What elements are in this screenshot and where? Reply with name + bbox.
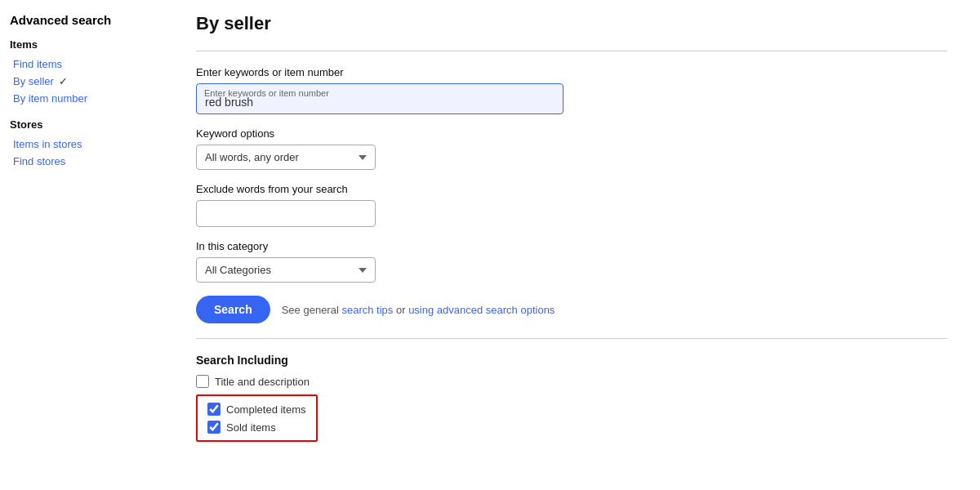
sidebar-item-find-items[interactable]: Find items: [10, 56, 154, 73]
keyword-label: Enter keywords or item number: [196, 66, 947, 78]
keyword-options-select[interactable]: All words, any order Any words Exact phr…: [196, 145, 376, 170]
sidebar-item-label: Find items: [13, 58, 62, 70]
title-description-label: Title and description: [215, 376, 310, 388]
sold-items-row: Sold items: [207, 421, 306, 434]
keyword-section: Enter keywords or item number Enter keyw…: [196, 66, 947, 114]
sidebar: Advanced search Items Find items By sell…: [0, 0, 163, 490]
sidebar-item-label: By seller: [13, 75, 54, 87]
search-button[interactable]: Search: [196, 296, 270, 323]
category-section: In this category All Categories Antiques…: [196, 240, 947, 283]
category-select[interactable]: All Categories Antiques Art Baby Books: [196, 257, 376, 283]
hint-text: See general: [282, 304, 339, 316]
category-label: In this category: [196, 240, 947, 252]
sidebar-items-section: Items: [10, 38, 154, 51]
top-divider: [196, 51, 947, 51]
sold-items-checkbox[interactable]: [207, 421, 220, 434]
keyword-input-wrapper: Enter keywords or item number: [196, 83, 947, 114]
search-tips-link[interactable]: search tips: [341, 304, 393, 316]
sidebar-item-label: Items in stores: [13, 138, 82, 150]
completed-items-checkbox[interactable]: [207, 403, 220, 416]
search-row: Search See general search tips or using …: [196, 296, 947, 323]
middle-divider: [196, 338, 947, 339]
main-content: By seller Enter keywords or item number …: [163, 0, 980, 490]
exclude-input[interactable]: [196, 200, 376, 227]
sidebar-item-find-stores[interactable]: Find stores: [10, 153, 154, 170]
search-including-section: Search Including Title and description C…: [196, 354, 947, 442]
keyword-input[interactable]: [196, 83, 564, 114]
hint-or: or: [396, 304, 406, 316]
sidebar-title: Advanced search: [10, 13, 154, 27]
page-title: By seller: [196, 13, 947, 34]
sidebar-item-by-seller[interactable]: By seller ✓: [10, 73, 154, 90]
advanced-search-options-link[interactable]: using advanced search options: [408, 304, 555, 316]
sidebar-item-by-item-number[interactable]: By item number: [10, 90, 154, 107]
sold-items-label: Sold items: [226, 421, 276, 434]
sidebar-item-label: Find stores: [13, 155, 65, 167]
sidebar-stores-section: Stores: [10, 118, 154, 131]
title-description-row: Title and description: [196, 375, 947, 388]
completed-items-label: Completed items: [226, 403, 306, 416]
keyword-options-section: Keyword options All words, any order Any…: [196, 127, 947, 170]
check-icon: ✓: [59, 75, 68, 87]
completed-items-row: Completed items: [207, 403, 306, 416]
exclude-label: Exclude words from your search: [196, 183, 947, 195]
search-hint: See general search tips or using advance…: [282, 304, 555, 316]
sidebar-item-items-in-stores[interactable]: Items in stores: [10, 136, 154, 153]
keyword-options-label: Keyword options: [196, 127, 947, 140]
exclude-section: Exclude words from your search: [196, 183, 947, 227]
title-description-checkbox[interactable]: [196, 375, 209, 388]
sidebar-item-label: By item number: [13, 92, 87, 105]
highlighted-checkbox-group: Completed items Sold items: [196, 394, 318, 442]
search-including-title: Search Including: [196, 354, 947, 367]
